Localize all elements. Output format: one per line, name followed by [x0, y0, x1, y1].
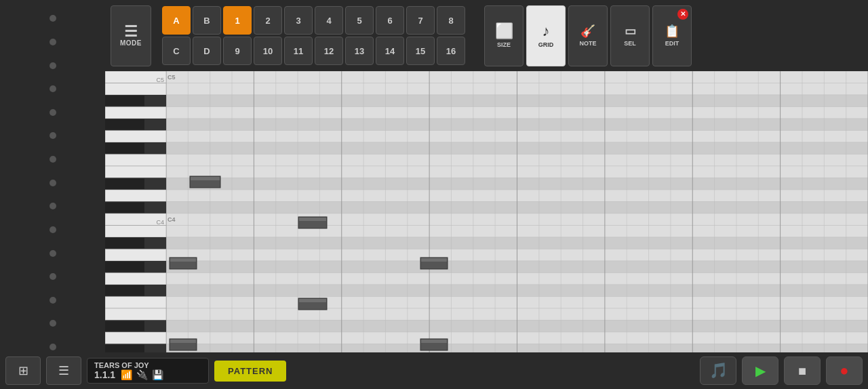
metronome-button[interactable]: 🎵 [700, 356, 736, 385]
btn-2[interactable]: 2 [254, 6, 282, 35]
btn-B[interactable]: B [193, 6, 221, 35]
btn-14[interactable]: 14 [376, 37, 404, 65]
sidebar-dot [50, 109, 56, 116]
sidebar-dot [50, 203, 56, 209]
mode-button[interactable]: ☰ MODE [111, 5, 151, 66]
metronome-icon: 🎵 [709, 362, 728, 380]
btn-12[interactable]: 12 [315, 37, 343, 65]
mode-label: MODE [120, 39, 142, 47]
btn-3[interactable]: 3 [284, 6, 313, 35]
menu-button[interactable]: ☰ [46, 356, 81, 385]
sidebar-dot [50, 180, 56, 186]
menu-icon: ☰ [58, 363, 69, 378]
play-icon: ▶ [755, 363, 766, 379]
stop-icon: ■ [798, 363, 806, 379]
btn-15[interactable]: 15 [406, 37, 435, 65]
track-info: TEARS OF JOY 1.1.1 📶 🔌 💾 [87, 358, 209, 384]
sidebar-dot [50, 132, 56, 139]
size-icon: ⬜ [495, 24, 513, 39]
bottom-bar: ⊞ ☰ TEARS OF JOY 1.1.1 📶 🔌 💾 PATTERN 🎵 ▶… [0, 352, 868, 389]
btn-1[interactable]: 1 [223, 6, 252, 35]
btn-5[interactable]: 5 [345, 6, 374, 35]
record-icon: ● [840, 362, 848, 380]
sidebar-dot [50, 156, 56, 163]
note-button[interactable]: 🎸 NOTE [568, 5, 608, 66]
btn-11[interactable]: 11 [284, 37, 313, 65]
btn-4[interactable]: 4 [315, 6, 343, 35]
midi-icon: 🔌 [136, 369, 148, 380]
grid-view-icon: ⊞ [18, 363, 28, 378]
btn-6[interactable]: 6 [376, 6, 404, 35]
btn-C[interactable]: C [162, 37, 191, 65]
grid-area[interactable] [166, 71, 868, 356]
sidebar-dot [50, 297, 56, 304]
grid-icon: ♪ [542, 24, 550, 39]
track-icons: 📶 🔌 💾 [121, 369, 163, 380]
piano-keys [105, 71, 166, 356]
record-button[interactable]: ● [826, 356, 863, 385]
stop-button[interactable]: ■ [784, 356, 821, 385]
btn-9[interactable]: 9 [223, 37, 252, 65]
left-sidebar [0, 0, 105, 389]
edit-label: EdIt [665, 40, 679, 47]
toolbar: ☰ MODE A B 1 2 3 4 5 6 7 8 C D 9 10 11 1… [105, 0, 868, 71]
grid-label: GRID [538, 41, 554, 48]
sidebar-dot [50, 85, 56, 92]
track-position: 1.1.1 [94, 369, 115, 380]
sidebar-dot [50, 273, 56, 280]
pattern-button[interactable]: PATTERN [214, 361, 286, 382]
grid-view-button[interactable]: ⊞ [5, 356, 41, 385]
edit-button[interactable]: 📋 EdIt ✕ [652, 5, 692, 66]
right-tools: ⬜ SIZE ♪ GRID 🎸 NOTE ▭ SEL 📋 EdIt ✕ [484, 5, 692, 66]
mode-icon: ☰ [124, 24, 138, 39]
sel-icon: ▭ [625, 25, 636, 37]
sidebar-dot [50, 320, 56, 327]
grid-button[interactable]: ♪ GRID [526, 5, 566, 66]
btn-8[interactable]: 8 [437, 6, 465, 35]
play-button[interactable]: ▶ [742, 356, 778, 385]
edit-icon: 📋 [665, 25, 679, 37]
edit-badge: ✕ [677, 9, 688, 20]
sidebar-dot [50, 39, 56, 45]
btn-16[interactable]: 16 [437, 37, 465, 65]
sidebar-dot [50, 62, 56, 69]
save-icon: 💾 [152, 369, 163, 380]
sidebar-dot [50, 226, 56, 233]
sidebar-dot [50, 15, 56, 22]
btn-A[interactable]: A [162, 6, 191, 35]
note-label: NOTE [579, 40, 596, 47]
btn-D[interactable]: D [193, 37, 221, 65]
track-name: TEARS OF JOY [94, 361, 201, 369]
note-icon: 🎸 [580, 25, 595, 37]
sidebar-dot [50, 344, 56, 350]
size-button[interactable]: ⬜ SIZE [484, 5, 524, 66]
sel-button[interactable]: ▭ SEL [610, 5, 650, 66]
wifi-icon: 📶 [121, 369, 132, 380]
sel-label: SEL [624, 40, 636, 47]
btn-13[interactable]: 13 [345, 37, 374, 65]
btn-10[interactable]: 10 [254, 37, 282, 65]
sidebar-dot [50, 250, 56, 257]
piano-roll [105, 71, 868, 356]
size-label: SIZE [497, 41, 511, 48]
btn-7[interactable]: 7 [406, 6, 435, 35]
